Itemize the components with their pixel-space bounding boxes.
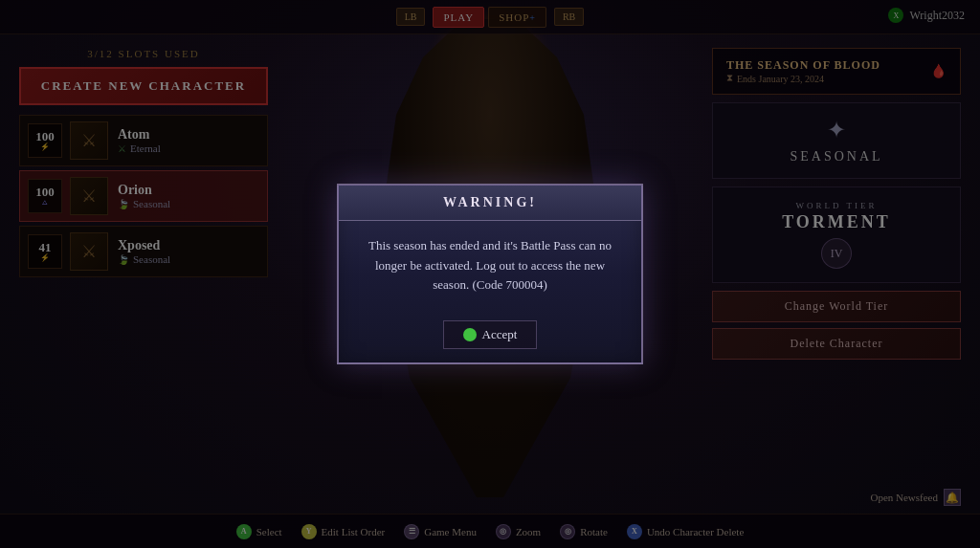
accept-circle-icon xyxy=(463,328,477,341)
accept-label: Accept xyxy=(482,327,518,342)
warning-dialog: WARNING! This season has ended and it's … xyxy=(337,184,643,364)
warning-title: WARNING! xyxy=(354,195,626,210)
warning-header: WARNING! xyxy=(339,186,641,221)
warning-message: This season has ended and it's Battle Pa… xyxy=(358,236,622,296)
warning-body: This season has ended and it's Battle Pa… xyxy=(339,221,641,311)
warning-overlay: WARNING! This season has ended and it's … xyxy=(0,0,980,548)
accept-button[interactable]: Accept xyxy=(443,320,538,349)
warning-footer: Accept xyxy=(339,311,641,362)
